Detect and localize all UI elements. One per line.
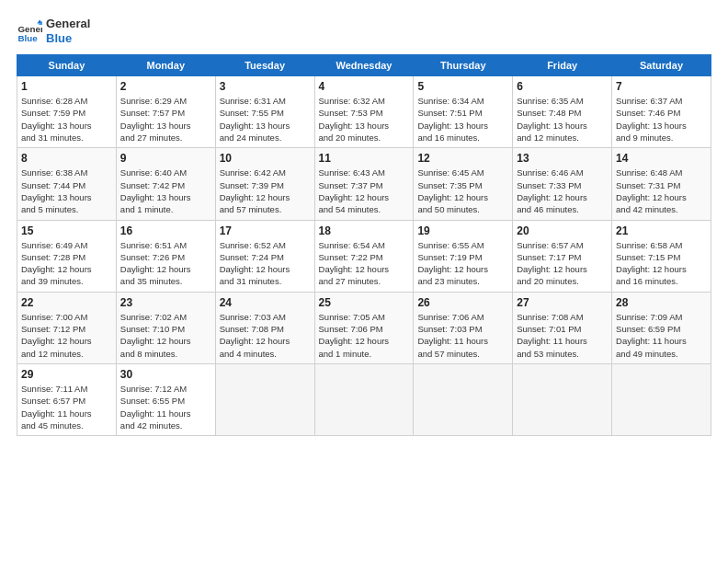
day-info: Sunrise: 6:57 AM Sunset: 7:17 PM Dayligh… xyxy=(517,239,608,288)
day-cell: 6Sunrise: 6:35 AM Sunset: 7:48 PM Daylig… xyxy=(513,76,612,148)
day-number: 3 xyxy=(220,80,311,93)
day-cell: 11Sunrise: 6:43 AM Sunset: 7:37 PM Dayli… xyxy=(314,148,414,220)
day-cell: 1Sunrise: 6:28 AM Sunset: 7:59 PM Daylig… xyxy=(17,76,117,148)
day-number: 1 xyxy=(21,80,112,93)
day-number: 22 xyxy=(21,296,112,309)
day-info: Sunrise: 6:43 AM Sunset: 7:37 PM Dayligh… xyxy=(319,167,410,215)
logo-general: General xyxy=(46,17,90,31)
col-header-thursday: Thursday xyxy=(414,55,513,76)
day-number: 10 xyxy=(220,152,311,165)
day-cell: 12Sunrise: 6:45 AM Sunset: 7:35 PM Dayli… xyxy=(414,148,513,220)
day-cell xyxy=(612,363,711,435)
col-header-friday: Friday xyxy=(513,55,612,76)
page-container: General Blue General Blue SundayMondayTu… xyxy=(0,0,728,445)
header: General Blue General Blue xyxy=(17,17,711,45)
week-row-2: 15Sunrise: 6:49 AM Sunset: 7:28 PM Dayli… xyxy=(17,220,711,292)
svg-text:Blue: Blue xyxy=(17,33,38,43)
day-cell: 19Sunrise: 6:55 AM Sunset: 7:19 PM Dayli… xyxy=(414,220,513,292)
day-number: 25 xyxy=(319,296,410,309)
day-number: 28 xyxy=(616,296,707,309)
day-cell: 16Sunrise: 6:51 AM Sunset: 7:26 PM Dayli… xyxy=(116,220,215,292)
day-info: Sunrise: 6:55 AM Sunset: 7:19 PM Dayligh… xyxy=(417,239,508,288)
day-info: Sunrise: 7:00 AM Sunset: 7:12 PM Dayligh… xyxy=(21,311,112,360)
day-info: Sunrise: 7:09 AM Sunset: 6:59 PM Dayligh… xyxy=(616,311,707,360)
day-cell xyxy=(513,363,612,435)
logo: General Blue General Blue xyxy=(17,17,90,45)
day-cell: 23Sunrise: 7:02 AM Sunset: 7:10 PM Dayli… xyxy=(116,292,215,363)
day-info: Sunrise: 6:58 AM Sunset: 7:15 PM Dayligh… xyxy=(616,239,707,288)
day-cell xyxy=(314,363,414,435)
day-info: Sunrise: 7:12 AM Sunset: 6:55 PM Dayligh… xyxy=(120,383,211,431)
day-cell: 25Sunrise: 7:05 AM Sunset: 7:06 PM Dayli… xyxy=(314,292,414,363)
day-cell: 22Sunrise: 7:00 AM Sunset: 7:12 PM Dayli… xyxy=(17,292,117,363)
week-row-1: 8Sunrise: 6:38 AM Sunset: 7:44 PM Daylig… xyxy=(17,148,711,220)
day-number: 5 xyxy=(417,80,508,93)
day-number: 20 xyxy=(517,224,608,237)
day-info: Sunrise: 6:32 AM Sunset: 7:53 PM Dayligh… xyxy=(319,95,410,144)
day-cell: 17Sunrise: 6:52 AM Sunset: 7:24 PM Dayli… xyxy=(215,220,314,292)
day-number: 12 xyxy=(417,152,508,165)
day-info: Sunrise: 6:37 AM Sunset: 7:46 PM Dayligh… xyxy=(616,95,707,144)
day-cell: 7Sunrise: 6:37 AM Sunset: 7:46 PM Daylig… xyxy=(612,76,711,148)
day-number: 16 xyxy=(120,224,211,237)
day-info: Sunrise: 6:38 AM Sunset: 7:44 PM Dayligh… xyxy=(21,167,112,215)
logo-icon: General Blue xyxy=(17,18,42,44)
day-cell: 2Sunrise: 6:29 AM Sunset: 7:57 PM Daylig… xyxy=(116,76,215,148)
col-header-tuesday: Tuesday xyxy=(215,55,314,76)
day-info: Sunrise: 7:11 AM Sunset: 6:57 PM Dayligh… xyxy=(21,383,112,431)
day-cell: 29Sunrise: 7:11 AM Sunset: 6:57 PM Dayli… xyxy=(17,363,117,435)
col-header-sunday: Sunday xyxy=(17,55,117,76)
day-cell: 9Sunrise: 6:40 AM Sunset: 7:42 PM Daylig… xyxy=(116,148,215,220)
day-number: 29 xyxy=(21,368,112,381)
day-info: Sunrise: 7:02 AM Sunset: 7:10 PM Dayligh… xyxy=(120,311,211,360)
day-info: Sunrise: 6:31 AM Sunset: 7:55 PM Dayligh… xyxy=(220,95,311,144)
day-cell: 18Sunrise: 6:54 AM Sunset: 7:22 PM Dayli… xyxy=(314,220,414,292)
day-number: 9 xyxy=(120,152,211,165)
day-number: 13 xyxy=(517,152,608,165)
day-info: Sunrise: 6:51 AM Sunset: 7:26 PM Dayligh… xyxy=(120,239,211,288)
day-number: 19 xyxy=(417,224,508,237)
day-number: 8 xyxy=(21,152,112,165)
day-info: Sunrise: 6:49 AM Sunset: 7:28 PM Dayligh… xyxy=(21,239,112,288)
day-info: Sunrise: 7:08 AM Sunset: 7:01 PM Dayligh… xyxy=(517,311,608,360)
day-number: 11 xyxy=(319,152,410,165)
day-cell: 13Sunrise: 6:46 AM Sunset: 7:33 PM Dayli… xyxy=(513,148,612,220)
day-number: 2 xyxy=(120,80,211,93)
day-cell: 3Sunrise: 6:31 AM Sunset: 7:55 PM Daylig… xyxy=(215,76,314,148)
day-number: 17 xyxy=(220,224,311,237)
day-info: Sunrise: 6:48 AM Sunset: 7:31 PM Dayligh… xyxy=(616,167,707,215)
day-info: Sunrise: 6:40 AM Sunset: 7:42 PM Dayligh… xyxy=(120,167,211,215)
week-row-3: 22Sunrise: 7:00 AM Sunset: 7:12 PM Dayli… xyxy=(17,292,711,363)
calendar-table: SundayMondayTuesdayWednesdayThursdayFrid… xyxy=(17,54,711,436)
day-info: Sunrise: 6:45 AM Sunset: 7:35 PM Dayligh… xyxy=(417,167,508,215)
day-cell xyxy=(414,363,513,435)
day-info: Sunrise: 7:06 AM Sunset: 7:03 PM Dayligh… xyxy=(417,311,508,360)
day-info: Sunrise: 6:54 AM Sunset: 7:22 PM Dayligh… xyxy=(319,239,410,288)
day-cell xyxy=(215,363,314,435)
day-cell: 21Sunrise: 6:58 AM Sunset: 7:15 PM Dayli… xyxy=(612,220,711,292)
day-info: Sunrise: 6:46 AM Sunset: 7:33 PM Dayligh… xyxy=(517,167,608,215)
col-header-monday: Monday xyxy=(116,55,215,76)
day-number: 23 xyxy=(120,296,211,309)
day-info: Sunrise: 7:03 AM Sunset: 7:08 PM Dayligh… xyxy=(220,311,311,360)
day-cell: 24Sunrise: 7:03 AM Sunset: 7:08 PM Dayli… xyxy=(215,292,314,363)
day-info: Sunrise: 6:28 AM Sunset: 7:59 PM Dayligh… xyxy=(21,95,112,144)
day-cell: 8Sunrise: 6:38 AM Sunset: 7:44 PM Daylig… xyxy=(17,148,117,220)
day-cell: 28Sunrise: 7:09 AM Sunset: 6:59 PM Dayli… xyxy=(612,292,711,363)
day-info: Sunrise: 6:52 AM Sunset: 7:24 PM Dayligh… xyxy=(220,239,311,288)
day-number: 14 xyxy=(616,152,707,165)
day-number: 7 xyxy=(616,80,707,93)
day-number: 30 xyxy=(120,368,211,381)
day-cell: 20Sunrise: 6:57 AM Sunset: 7:17 PM Dayli… xyxy=(513,220,612,292)
day-cell: 26Sunrise: 7:06 AM Sunset: 7:03 PM Dayli… xyxy=(414,292,513,363)
day-cell: 15Sunrise: 6:49 AM Sunset: 7:28 PM Dayli… xyxy=(17,220,117,292)
day-cell: 10Sunrise: 6:42 AM Sunset: 7:39 PM Dayli… xyxy=(215,148,314,220)
col-header-saturday: Saturday xyxy=(612,55,711,76)
day-number: 4 xyxy=(319,80,410,93)
day-number: 6 xyxy=(517,80,608,93)
week-row-4: 29Sunrise: 7:11 AM Sunset: 6:57 PM Dayli… xyxy=(17,363,711,435)
day-number: 18 xyxy=(319,224,410,237)
logo-blue: Blue xyxy=(46,31,90,46)
day-cell: 14Sunrise: 6:48 AM Sunset: 7:31 PM Dayli… xyxy=(612,148,711,220)
day-number: 24 xyxy=(220,296,311,309)
